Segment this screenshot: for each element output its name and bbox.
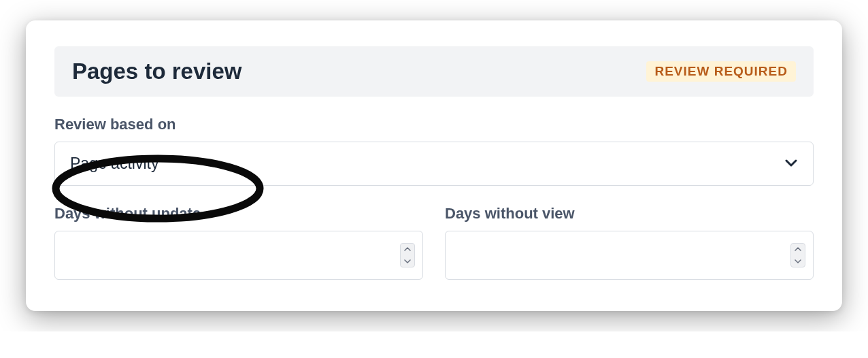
days-without-view-wrapper [445, 231, 814, 280]
days-without-update-stepper [400, 243, 415, 267]
review-based-on-select[interactable]: Page activity [54, 142, 814, 186]
stepper-down-button[interactable] [791, 255, 805, 267]
header-bar: Pages to review REVIEW REQUIRED [54, 46, 814, 97]
days-row: Days without update Days without view [54, 205, 814, 280]
page-title: Pages to review [72, 59, 241, 84]
days-without-view-field: Days without view [445, 205, 814, 280]
review-based-on-field: Review based on Page activity [54, 116, 814, 186]
settings-card: Pages to review REVIEW REQUIRED Review b… [26, 20, 842, 311]
review-required-badge: REVIEW REQUIRED [646, 61, 796, 82]
stepper-up-button[interactable] [791, 244, 805, 255]
review-based-on-select-wrapper: Page activity [54, 142, 814, 186]
days-without-view-input[interactable] [445, 231, 814, 280]
days-without-update-field: Days without update [54, 205, 423, 280]
stepper-down-button[interactable] [401, 255, 414, 267]
stepper-up-button[interactable] [401, 244, 414, 255]
days-without-update-label: Days without update [54, 205, 423, 223]
days-without-update-wrapper [54, 231, 423, 280]
review-based-on-label: Review based on [54, 116, 814, 133]
days-without-view-label: Days without view [445, 205, 814, 223]
days-without-update-input[interactable] [54, 231, 423, 280]
days-without-view-stepper [790, 243, 805, 267]
